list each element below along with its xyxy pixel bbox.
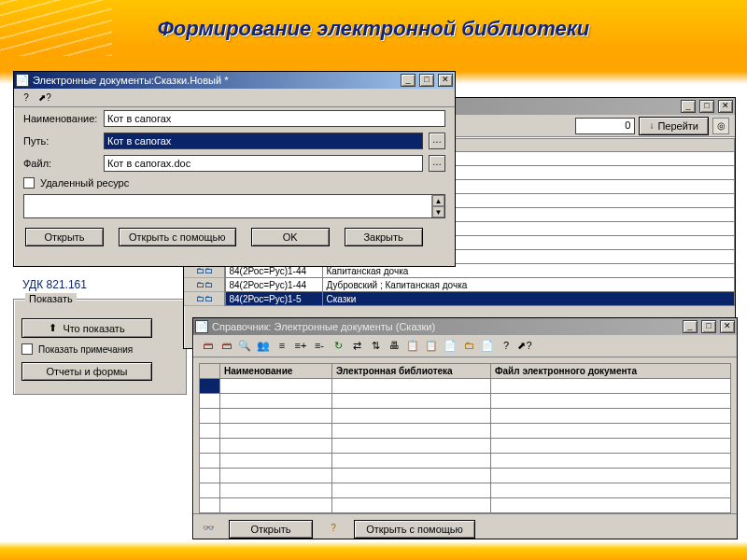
reports-button[interactable]: Отчеты и формы [21, 362, 152, 381]
ref-open-with-button[interactable]: Открыть с помощью [354, 520, 475, 539]
table-row[interactable] [200, 439, 731, 454]
tool-icon-12[interactable]: 📋 [404, 338, 421, 355]
show-groupbox: Показать ⬆ Что показать Показать примеча… [13, 299, 187, 395]
table-row[interactable] [200, 454, 731, 469]
ok-button[interactable]: OK [251, 228, 330, 246]
help-icon[interactable]: ? [18, 91, 35, 105]
cell [220, 454, 332, 469]
path-label: Путь: [23, 135, 98, 147]
cell [332, 394, 491, 409]
open-button[interactable]: Открыть [25, 228, 104, 246]
tool-icon-6[interactable]: ≡+ [292, 338, 309, 355]
tool-icon-7[interactable]: ≡- [311, 338, 328, 355]
cell [220, 439, 332, 454]
table-row[interactable] [200, 469, 731, 483]
col-file[interactable]: Файл электронного документа [491, 364, 731, 379]
browse-path-button[interactable]: … [429, 133, 445, 149]
page-title: Формирование электронной библиотеки [0, 17, 747, 41]
path-field[interactable]: Кот в сапогах [104, 133, 423, 149]
maximize-button[interactable]: □ [419, 74, 434, 87]
cell [220, 498, 332, 513]
whats-this-icon[interactable]: ⬈? [36, 91, 53, 105]
cell [491, 379, 731, 394]
file-field[interactable]: Кот в сапогах.doc [104, 155, 423, 172]
whats-this-icon[interactable]: ⬈? [516, 338, 533, 355]
tool-icon-15[interactable]: 🗀 [460, 338, 477, 355]
tool-icon-13[interactable]: 📋 [423, 338, 440, 355]
tool-icon-1[interactable]: 🗃 [199, 338, 216, 355]
open-with-button[interactable]: Открыть с помощью [119, 228, 236, 246]
close-button[interactable]: ✕ [720, 320, 735, 333]
ref-open-button[interactable]: Открыть [229, 520, 313, 539]
edoc-titlebar[interactable]: 📄 Электронные документы:Сказки.Новый * _… [14, 72, 455, 89]
tool-icon-3[interactable]: 🔍 [236, 338, 253, 355]
edoc-dialog: 📄 Электронные документы:Сказки.Новый * _… [13, 71, 456, 267]
cell [491, 469, 731, 483]
cell [491, 409, 731, 424]
maximize-button[interactable]: □ [699, 100, 714, 113]
col-rowhead [200, 364, 220, 379]
table-row[interactable]: 84(2Рос=Рус)1-5Сказки [226, 292, 735, 306]
show-notes-checkbox[interactable]: Показать примечания [21, 343, 178, 355]
memo-field[interactable]: ▲ ▼ [23, 194, 445, 218]
cell [200, 409, 220, 424]
tool-icon-14[interactable]: 📄 [442, 338, 458, 355]
row-icon: 🗀🗀 [184, 292, 224, 306]
cell-code: 84(2Рос=Рус)1-44 [226, 278, 323, 292]
tool-icon-11[interactable]: 🖶 [386, 338, 402, 355]
tool-icon-16[interactable]: 📄 [479, 338, 496, 355]
reference-titlebar[interactable]: 📄 Справочник: Электронные документы (Ска… [193, 318, 737, 335]
table-row[interactable] [200, 394, 731, 409]
checkbox-icon [21, 343, 33, 355]
footer-gradient [0, 541, 747, 560]
scroll-up-icon[interactable]: ▲ [432, 195, 444, 206]
table-row[interactable] [200, 498, 731, 513]
cell-title: Сказки [323, 292, 735, 306]
table-row[interactable] [200, 379, 731, 394]
file-label: Файл: [23, 158, 98, 169]
edoc-toolbar: ? ⬈? [14, 89, 455, 107]
scrollbar[interactable]: ▲ ▼ [431, 195, 444, 217]
tool-icon-8[interactable]: ↻ [330, 338, 346, 355]
cell [200, 454, 220, 469]
close-button[interactable]: ✕ [438, 74, 453, 87]
cell [491, 498, 731, 513]
tool-icon-10[interactable]: ⇅ [367, 338, 384, 355]
close-button[interactable]: ✕ [718, 100, 733, 113]
show-notes-label: Показать примечания [38, 344, 133, 355]
remote-checkbox[interactable]: Удаленный ресурс [14, 175, 455, 194]
cell [200, 498, 220, 513]
minimize-button[interactable]: _ [683, 320, 698, 333]
reference-title: Справочник: Электронные документы (Сказк… [212, 321, 435, 332]
name-field[interactable]: Кот в сапогах [104, 110, 445, 127]
col-lib[interactable]: Электронная библиотека [332, 364, 491, 379]
go-button[interactable]: ↓ Перейти [639, 117, 709, 135]
table-row[interactable]: 84(2Рос=Рус)1-44Дубровский ; Капитанская… [226, 278, 735, 292]
edoc-title: Электронные документы:Сказки.Новый * [33, 75, 228, 86]
record-number-field[interactable]: 0 [575, 118, 635, 134]
browse-file-button[interactable]: … [429, 155, 445, 172]
table-row[interactable] [200, 409, 731, 424]
maximize-button[interactable]: □ [701, 320, 716, 333]
minimize-button[interactable]: _ [401, 74, 416, 87]
col-name[interactable]: Наименование [220, 364, 332, 379]
table-row[interactable] [200, 424, 731, 439]
help-icon[interactable]: ? [498, 338, 514, 355]
reference-table[interactable]: Наименование Электронная библиотека Файл… [199, 363, 731, 513]
cell [220, 469, 332, 483]
tool-icon-5[interactable]: ≡ [274, 338, 290, 355]
tool-icon-2[interactable]: 🗃 [218, 338, 234, 355]
close-dialog-button[interactable]: Закрыть [345, 228, 423, 246]
cell [200, 424, 220, 439]
scroll-down-icon[interactable]: ▼ [432, 206, 444, 217]
cell [332, 379, 491, 394]
what-to-show-button[interactable]: ⬆ Что показать [21, 318, 152, 338]
target-button[interactable]: ◎ [712, 118, 729, 134]
tool-icon-9[interactable]: ⇄ [348, 338, 365, 355]
cell-code: 84(2Рос=Рус)1-5 [226, 292, 323, 306]
minimize-button[interactable]: _ [681, 100, 696, 113]
table-row[interactable] [200, 483, 731, 498]
cell [220, 409, 332, 424]
remote-label: Удаленный ресурс [40, 177, 129, 189]
tool-icon-4[interactable]: 👥 [255, 338, 272, 355]
